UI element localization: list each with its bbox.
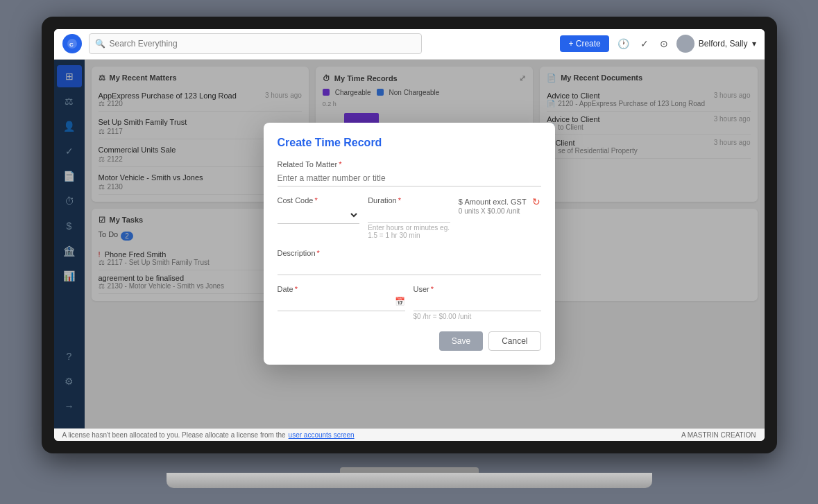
check-icon-btn[interactable]: ✓ <box>638 35 651 52</box>
cancel-button[interactable]: Cancel <box>488 331 540 351</box>
modal-actions: Save Cancel <box>278 331 541 351</box>
required-star-1: * <box>339 160 341 168</box>
create-time-record-modal: Create Time Record Related To Matter * <box>264 123 555 365</box>
mastrin-credit: A MASTRIN CREATION <box>681 431 756 439</box>
date-user-row: Date * 01/11/2022 📅 User <box>278 285 541 320</box>
related-to-matter-group: Related To Matter * <box>278 160 541 186</box>
required-star-2: * <box>314 196 317 205</box>
date-label: Date <box>278 285 293 293</box>
duration-label: Duration <box>368 196 397 205</box>
duration-group: Duration * Enter hours or minutes eg. 1.… <box>368 196 450 239</box>
user-menu[interactable]: Belford, Sally ▾ <box>676 35 756 53</box>
user-label: User <box>414 285 429 293</box>
duration-input[interactable] <box>368 207 450 223</box>
refresh-icon[interactable]: ↻ <box>532 196 540 207</box>
description-input[interactable] <box>278 259 541 275</box>
required-star-5: * <box>295 285 298 293</box>
cost-code-select[interactable] <box>278 207 360 224</box>
required-star-6: * <box>431 285 434 293</box>
avatar <box>676 35 695 53</box>
save-button[interactable]: Save <box>439 331 483 351</box>
required-star-4: * <box>317 249 320 257</box>
search-input[interactable] <box>110 39 416 49</box>
description-group: Description * <box>278 249 541 275</box>
create-button[interactable]: + Create <box>560 35 608 52</box>
user-input[interactable]: Belford, Sally <box>414 295 541 311</box>
search-icon: 🔍 <box>95 39 105 49</box>
amount-group: $ Amount excl. GST ↻ 0 units X $0.00 /un… <box>459 196 541 239</box>
calendar-icon-btn[interactable]: 📅 <box>395 297 405 306</box>
cost-duration-amount-row: Cost Code * Duration * <box>278 196 541 239</box>
modal-overlay: Create Time Record Related To Matter * <box>54 60 765 428</box>
required-star-3: * <box>398 196 401 205</box>
modal-title: Create Time Record <box>278 137 541 149</box>
date-group: Date * 01/11/2022 📅 <box>278 285 405 320</box>
app-logo: C <box>62 34 82 53</box>
date-input[interactable]: 01/11/2022 <box>278 295 405 311</box>
description-label: Description <box>278 249 316 257</box>
amount-label: $ Amount excl. GST <box>459 198 527 206</box>
status-message: A license hasn't been allocated to you. … <box>62 431 286 439</box>
user-accounts-link[interactable]: user accounts screen <box>289 431 355 439</box>
history-icon-btn[interactable]: 🕐 <box>615 35 632 52</box>
duration-hint: Enter hours or minutes eg. 1.5 = 1 hr 30… <box>368 224 450 239</box>
chevron-down-icon: ▾ <box>752 39 756 49</box>
search-bar[interactable]: 🔍 <box>89 33 422 54</box>
user-name: Belford, Sally <box>699 39 748 49</box>
cost-code-group: Cost Code * <box>278 196 360 239</box>
related-to-matter-input[interactable] <box>278 171 541 186</box>
user-group: User * Belford, Sally $0 /hr = $0.00 /un… <box>414 285 541 320</box>
camera-icon-btn[interactable]: ⊙ <box>657 35 671 52</box>
user-rate: $0 /hr = $0.00 /unit <box>414 313 541 320</box>
svg-text:C: C <box>69 42 74 48</box>
amount-value: 0 units X $0.00 /unit <box>459 207 541 215</box>
related-to-matter-label: Related To Matter <box>278 160 338 168</box>
status-bar: A license hasn't been allocated to you. … <box>54 428 765 441</box>
cost-code-label: Cost Code <box>278 196 314 205</box>
